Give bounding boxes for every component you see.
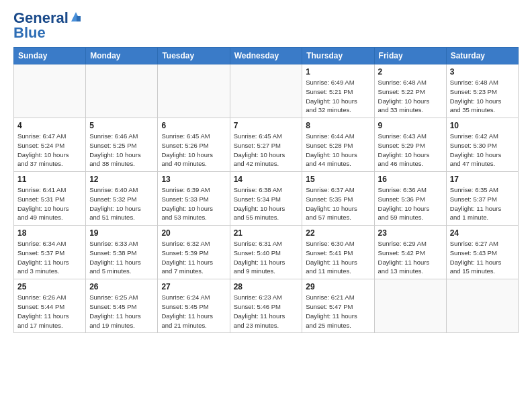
day-info: Sunrise: 6:26 AMSunset: 5:44 PMDaylight:… [17, 293, 82, 330]
day-info: Sunrise: 6:21 AMSunset: 5:47 PMDaylight:… [306, 293, 370, 330]
day-info: Sunrise: 6:34 AMSunset: 5:37 PMDaylight:… [17, 239, 82, 276]
day-info: Sunrise: 6:25 AMSunset: 5:45 PMDaylight:… [89, 293, 154, 330]
day-info: Sunrise: 6:45 AMSunset: 5:26 PMDaylight:… [161, 132, 226, 169]
day-info: Sunrise: 6:30 AMSunset: 5:41 PMDaylight:… [306, 239, 370, 276]
calendar-week-3: 18Sunrise: 6:34 AMSunset: 5:37 PMDayligh… [14, 226, 519, 279]
calendar-header-sunday: Sunday [14, 48, 86, 64]
day-info: Sunrise: 6:32 AMSunset: 5:39 PMDaylight:… [161, 239, 226, 276]
calendar-cell: 19Sunrise: 6:33 AMSunset: 5:38 PMDayligh… [86, 226, 158, 279]
day-info: Sunrise: 6:40 AMSunset: 5:32 PMDaylight:… [89, 185, 154, 222]
calendar-cell: 6Sunrise: 6:45 AMSunset: 5:26 PMDaylight… [158, 118, 230, 172]
calendar-cell: 14Sunrise: 6:38 AMSunset: 5:34 PMDayligh… [230, 172, 302, 226]
calendar-header-thursday: Thursday [302, 48, 374, 64]
logo: General Blue [13, 11, 82, 40]
day-number: 27 [161, 282, 226, 291]
calendar-header-friday: Friday [374, 48, 446, 64]
day-number: 25 [17, 282, 82, 291]
calendar-cell [230, 64, 302, 118]
calendar-cell: 15Sunrise: 6:37 AMSunset: 5:35 PMDayligh… [302, 172, 374, 226]
calendar-header-tuesday: Tuesday [158, 48, 230, 64]
day-info: Sunrise: 6:24 AMSunset: 5:45 PMDaylight:… [161, 293, 226, 330]
calendar-cell: 4Sunrise: 6:47 AMSunset: 5:24 PMDaylight… [14, 118, 86, 172]
day-number: 16 [378, 175, 443, 184]
page: General Blue SundayMondayTuesdayWednesda… [0, 0, 532, 340]
day-number: 11 [17, 175, 82, 184]
calendar-cell: 10Sunrise: 6:42 AMSunset: 5:30 PMDayligh… [446, 118, 518, 172]
day-info: Sunrise: 6:42 AMSunset: 5:30 PMDaylight:… [450, 132, 515, 169]
calendar-cell: 23Sunrise: 6:29 AMSunset: 5:42 PMDayligh… [374, 226, 446, 279]
calendar-week-2: 11Sunrise: 6:41 AMSunset: 5:31 PMDayligh… [14, 172, 519, 226]
day-number: 20 [161, 228, 226, 238]
calendar-cell: 16Sunrise: 6:36 AMSunset: 5:36 PMDayligh… [374, 172, 446, 226]
day-number: 22 [306, 228, 370, 238]
calendar-week-4: 25Sunrise: 6:26 AMSunset: 5:44 PMDayligh… [14, 279, 519, 333]
calendar-header-row: SundayMondayTuesdayWednesdayThursdayFrid… [14, 48, 519, 64]
day-info: Sunrise: 6:43 AMSunset: 5:29 PMDaylight:… [378, 132, 443, 169]
day-info: Sunrise: 6:48 AMSunset: 5:23 PMDaylight:… [450, 78, 515, 115]
calendar-cell: 26Sunrise: 6:25 AMSunset: 5:45 PMDayligh… [86, 279, 158, 333]
calendar-week-1: 4Sunrise: 6:47 AMSunset: 5:24 PMDaylight… [14, 118, 519, 172]
day-number: 12 [89, 175, 154, 184]
calendar-cell: 9Sunrise: 6:43 AMSunset: 5:29 PMDaylight… [374, 118, 446, 172]
day-number: 24 [450, 228, 515, 238]
day-number: 29 [306, 282, 370, 291]
day-number: 4 [17, 121, 82, 130]
calendar-week-0: 1Sunrise: 6:49 AMSunset: 5:21 PMDaylight… [14, 64, 519, 118]
day-info: Sunrise: 6:41 AMSunset: 5:31 PMDaylight:… [17, 185, 82, 222]
day-info: Sunrise: 6:48 AMSunset: 5:22 PMDaylight:… [378, 78, 443, 115]
calendar-header-wednesday: Wednesday [230, 48, 302, 64]
day-info: Sunrise: 6:33 AMSunset: 5:38 PMDaylight:… [89, 239, 154, 276]
day-info: Sunrise: 6:47 AMSunset: 5:24 PMDaylight:… [17, 132, 82, 169]
day-number: 7 [234, 121, 299, 130]
calendar-table: SundayMondayTuesdayWednesdayThursdayFrid… [13, 47, 519, 333]
calendar-cell: 2Sunrise: 6:48 AMSunset: 5:22 PMDaylight… [374, 64, 446, 118]
day-number: 10 [450, 121, 515, 130]
calendar-cell [374, 279, 446, 333]
day-number: 15 [306, 175, 370, 184]
day-info: Sunrise: 6:44 AMSunset: 5:28 PMDaylight:… [306, 132, 370, 169]
day-info: Sunrise: 6:35 AMSunset: 5:37 PMDaylight:… [450, 185, 515, 222]
day-info: Sunrise: 6:29 AMSunset: 5:42 PMDaylight:… [378, 239, 443, 276]
calendar-cell: 3Sunrise: 6:48 AMSunset: 5:23 PMDaylight… [446, 64, 518, 118]
day-number: 6 [161, 121, 226, 130]
calendar-cell: 13Sunrise: 6:39 AMSunset: 5:33 PMDayligh… [158, 172, 230, 226]
day-number: 28 [234, 282, 299, 291]
calendar-cell: 29Sunrise: 6:21 AMSunset: 5:47 PMDayligh… [302, 279, 374, 333]
calendar-cell: 17Sunrise: 6:35 AMSunset: 5:37 PMDayligh… [446, 172, 518, 226]
calendar-cell [158, 64, 230, 118]
calendar-cell [446, 279, 518, 333]
day-number: 19 [89, 228, 154, 238]
day-number: 17 [450, 175, 515, 184]
day-info: Sunrise: 6:27 AMSunset: 5:43 PMDaylight:… [450, 239, 515, 276]
header: General Blue [13, 11, 519, 40]
day-info: Sunrise: 6:38 AMSunset: 5:34 PMDaylight:… [234, 185, 299, 222]
logo-blue-text: Blue [13, 24, 46, 41]
calendar-cell [86, 64, 158, 118]
day-number: 2 [378, 67, 443, 77]
day-info: Sunrise: 6:39 AMSunset: 5:33 PMDaylight:… [161, 185, 226, 222]
calendar-header-saturday: Saturday [446, 48, 518, 64]
calendar-cell: 5Sunrise: 6:46 AMSunset: 5:25 PMDaylight… [86, 118, 158, 172]
day-number: 13 [161, 175, 226, 184]
calendar-cell: 1Sunrise: 6:49 AMSunset: 5:21 PMDaylight… [302, 64, 374, 118]
logo-line: General [13, 11, 82, 26]
day-info: Sunrise: 6:36 AMSunset: 5:36 PMDaylight:… [378, 185, 443, 222]
day-number: 23 [378, 228, 443, 238]
day-number: 14 [234, 175, 299, 184]
calendar-cell: 7Sunrise: 6:45 AMSunset: 5:27 PMDaylight… [230, 118, 302, 172]
day-number: 26 [89, 282, 154, 291]
day-number: 9 [378, 121, 443, 130]
day-number: 18 [17, 228, 82, 238]
day-info: Sunrise: 6:37 AMSunset: 5:35 PMDaylight:… [306, 185, 370, 222]
day-info: Sunrise: 6:23 AMSunset: 5:46 PMDaylight:… [234, 293, 299, 330]
calendar-cell: 25Sunrise: 6:26 AMSunset: 5:44 PMDayligh… [14, 279, 86, 333]
calendar-header-monday: Monday [86, 48, 158, 64]
calendar-cell: 11Sunrise: 6:41 AMSunset: 5:31 PMDayligh… [14, 172, 86, 226]
calendar-cell: 28Sunrise: 6:23 AMSunset: 5:46 PMDayligh… [230, 279, 302, 333]
day-number: 5 [89, 121, 154, 130]
logo-text: General [13, 11, 69, 26]
day-info: Sunrise: 6:49 AMSunset: 5:21 PMDaylight:… [306, 78, 370, 115]
day-number: 8 [306, 121, 370, 130]
svg-rect-1 [77, 16, 81, 21]
day-info: Sunrise: 6:45 AMSunset: 5:27 PMDaylight:… [234, 132, 299, 169]
